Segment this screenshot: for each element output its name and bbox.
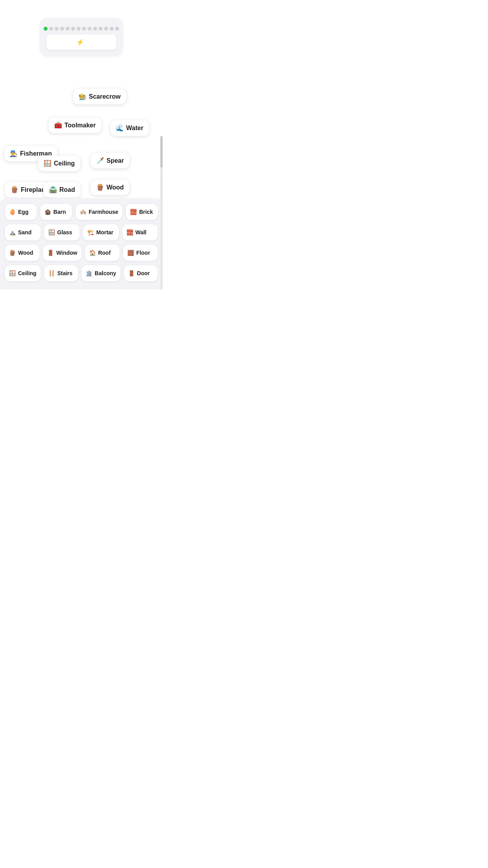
progress-dots (44, 27, 119, 31)
toolmaker-emoji: 🧰 (54, 121, 62, 129)
progress-dot-1 (49, 27, 53, 31)
bottom-emoji-door: 🚪 (128, 270, 135, 276)
bottom-row-1: ⛰️Sand🪟Glass🏗️Mortar🧱Wall (5, 224, 158, 241)
scrollbar-thumb[interactable] (160, 136, 163, 167)
water-label: Water (126, 125, 143, 132)
bottom-item-egg[interactable]: 🥚Egg (5, 204, 37, 220)
bottom-label-wall: Wall (136, 229, 147, 235)
bottom-label-farmhouse: Farmhouse (89, 209, 118, 215)
bottom-item-floor[interactable]: 🟫Floor (123, 245, 158, 261)
top-card: ⚡ (40, 18, 123, 55)
bottom-emoji-window: 🚪 (47, 250, 54, 256)
bottom-emoji-brick: 🧱 (130, 209, 137, 215)
bottom-emoji-wood: 🪵 (9, 250, 16, 256)
toolmaker-label: Toolmaker (64, 122, 96, 129)
bottom-item-window[interactable]: 🚪Window (43, 245, 82, 261)
item-card-wood[interactable]: 🪵Wood (90, 179, 130, 195)
progress-dot-10 (99, 27, 103, 31)
scarecrow-label: Scarecrow (89, 93, 121, 100)
bottom-label-window: Window (56, 250, 77, 256)
progress-dot-2 (55, 27, 59, 31)
bottom-item-roof[interactable]: 🏠Roof (85, 245, 120, 261)
scrollbar[interactable] (160, 136, 163, 289)
progress-dot-3 (60, 27, 64, 31)
bottom-emoji-wall: 🧱 (127, 229, 133, 235)
scarecrow-emoji: 🧑‍🌾 (79, 93, 86, 100)
road-label: Road (59, 186, 75, 193)
progress-dot-9 (93, 27, 97, 31)
metal-emoji: ⚡ (76, 39, 84, 46)
progress-dot-13 (115, 27, 119, 31)
progress-dot-12 (110, 27, 114, 31)
bottom-emoji-glass: 🪟 (48, 229, 55, 235)
bottom-label-barn: Barn (53, 209, 66, 215)
ceiling-label: Ceiling (54, 160, 75, 167)
bottom-label-floor: Floor (136, 250, 150, 256)
metal-button[interactable]: ⚡ (46, 35, 116, 50)
bottom-emoji-floor: 🟫 (127, 250, 134, 256)
bottom-emoji-roof: 🏠 (89, 250, 96, 256)
spear-label: Spear (106, 157, 124, 164)
bottom-item-brick[interactable]: 🧱Brick (126, 204, 158, 220)
item-card-ceiling[interactable]: 🪟Ceiling (38, 155, 81, 171)
wood-emoji: 🪵 (96, 184, 104, 191)
progress-dot-6 (77, 27, 81, 31)
bottom-label-egg: Egg (18, 209, 28, 215)
road-emoji: 🛣️ (49, 186, 57, 193)
bottom-item-barn[interactable]: 🏚️Barn (40, 204, 72, 220)
bottom-label-mortar: Mortar (96, 229, 114, 235)
wood-label: Wood (106, 184, 124, 191)
bottom-label-ceiling: Ceiling (18, 270, 37, 276)
progress-dot-5 (71, 27, 75, 31)
progress-dot-7 (82, 27, 86, 31)
item-card-road[interactable]: 🛣️Road (43, 182, 81, 198)
bottom-label-roof: Roof (98, 250, 111, 256)
progress-dot-8 (88, 27, 92, 31)
bottom-label-glass: Glass (57, 229, 72, 235)
bottom-item-glass[interactable]: 🪟Glass (44, 224, 80, 241)
water-emoji: 🌊 (116, 124, 124, 132)
ceiling-emoji: 🪟 (44, 160, 51, 167)
item-card-scarecrow[interactable]: 🧑‍🌾Scarecrow (73, 88, 127, 105)
item-card-spear[interactable]: 🗡️Spear (90, 153, 130, 169)
bottom-row-0: 🥚Egg🏚️Barn🏘️Farmhouse🧱Brick (5, 204, 158, 220)
bottom-item-wall[interactable]: 🧱Wall (122, 224, 158, 241)
bottom-label-sand: Sand (18, 229, 31, 235)
bottom-emoji-farmhouse: 🏘️ (80, 209, 86, 215)
progress-dot-11 (104, 27, 108, 31)
bottom-emoji-egg: 🥚 (9, 209, 16, 215)
spear-emoji: 🗡️ (96, 157, 104, 164)
bottom-item-stairs[interactable]: 🪜Stairs (44, 265, 78, 281)
item-card-toolmaker[interactable]: 🧰Toolmaker (48, 117, 102, 133)
bottom-label-balcony: Balcony (95, 270, 116, 276)
progress-dot-0 (44, 27, 48, 31)
progress-dot-4 (66, 27, 70, 31)
bottom-label-wood: Wood (18, 250, 33, 256)
bottom-label-stairs: Stairs (57, 270, 73, 276)
fisherman-emoji: 👨‍🔧 (10, 150, 18, 157)
bottom-label-brick: Brick (139, 209, 153, 215)
bottom-emoji-barn: 🏚️ (44, 209, 51, 215)
bottom-emoji-balcony: 🏛️ (86, 270, 92, 276)
bottom-panel: 🥚Egg🏚️Barn🏘️Farmhouse🧱Brick⛰️Sand🪟Glass🏗… (0, 198, 163, 289)
bottom-emoji-mortar: 🏗️ (87, 229, 94, 235)
item-card-water[interactable]: 🌊Water (110, 120, 149, 136)
bottom-label-door: Door (137, 270, 150, 276)
bottom-item-farmhouse[interactable]: 🏘️Farmhouse (75, 204, 123, 220)
bottom-item-wood[interactable]: 🪵Wood (5, 245, 40, 261)
bottom-item-ceiling[interactable]: 🪟Ceiling (5, 265, 41, 281)
bottom-item-mortar[interactable]: 🏗️Mortar (83, 224, 119, 241)
bottom-emoji-stairs: 🪜 (48, 270, 55, 276)
bottom-emoji-sand: ⛰️ (9, 229, 16, 235)
bottom-item-door[interactable]: 🚪Door (124, 265, 158, 281)
bottom-row-2: 🪵Wood🚪Window🏠Roof🟫Floor (5, 245, 158, 261)
bottom-item-sand[interactable]: ⛰️Sand (5, 224, 41, 241)
bottom-emoji-ceiling: 🪟 (9, 270, 16, 276)
bottom-row-3: 🪟Ceiling🪜Stairs🏛️Balcony🚪Door (5, 265, 158, 281)
fireplace-emoji: 🪵 (11, 186, 18, 193)
bottom-item-balcony[interactable]: 🏛️Balcony (81, 265, 120, 281)
